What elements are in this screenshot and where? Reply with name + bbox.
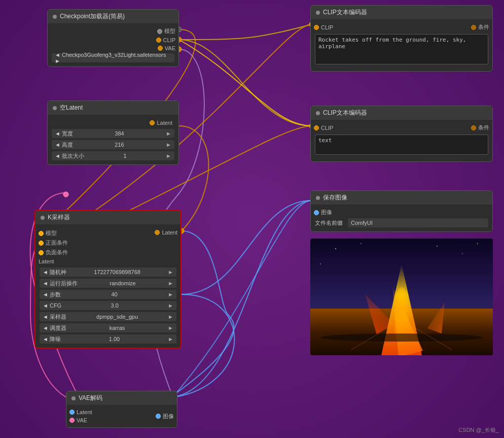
vae-ports: Latent VAE 图像 (66, 408, 177, 424)
checkpoint-vae-label: VAE (165, 45, 175, 51)
latent-width-field[interactable]: ◄ 宽度 384 ► (52, 129, 174, 138)
latent-height-row: ◄ 高度 216 ► (48, 139, 178, 150)
clip2-clip-dot[interactable] (314, 125, 319, 130)
clip1-status-dot (316, 11, 320, 15)
save-header: 保存图像 (311, 191, 492, 205)
svg-point-18 (462, 253, 463, 254)
ksampler-sampler-arrow[interactable]: ► (168, 314, 173, 320)
ksampler-control-field[interactable]: ◄ 运行后操作 randomize ► (40, 279, 176, 288)
ksampler-seed-field[interactable]: ◄ 随机种 172277069898768 ► (40, 267, 176, 277)
latent-batch-arrow[interactable]: ► (166, 153, 171, 159)
clip2-text[interactable]: text (315, 134, 488, 155)
latent-latent-dot[interactable] (150, 120, 155, 125)
latent-width-arrow[interactable]: ► (166, 130, 171, 137)
checkpoint-ports-right: 模型 CLIP VAE (153, 26, 178, 52)
latent-height-field[interactable]: ◄ 高度 216 ► (52, 140, 174, 149)
ksampler-steps-field[interactable]: ◄ 步数 40 ► (40, 290, 176, 299)
save-image-label: 图像 (321, 209, 332, 216)
ksampler-negative-dot[interactable] (39, 250, 44, 255)
clip1-condition-port: 条件 (468, 22, 492, 32)
vae-status-dot (71, 396, 76, 400)
ksampler-seed-arrow[interactable]: ► (168, 269, 173, 275)
vae-header: VAE解码 (66, 391, 177, 405)
vae-image-label: 图像 (163, 413, 174, 420)
save-filename-row: 文件名前缀 ComfyUI (311, 217, 492, 228)
ksampler-positive-dot[interactable] (39, 241, 44, 246)
ksampler-latent-dot[interactable] (155, 230, 160, 235)
ksampler-seed-row: ◄ 随机种 172277069898768 ► (35, 266, 181, 278)
checkpoint-body: 模型 CLIP VAE ◄ Checkpo3Guofeng3_v32Light.… (48, 23, 178, 66)
image-svg-overlay (310, 239, 493, 355)
ksampler-cfg-field[interactable]: ◄ CFG 3.0 ► (40, 301, 176, 310)
checkpoint-clip-port: CLIP (153, 36, 178, 44)
vae-latent-dot[interactable] (69, 410, 75, 415)
clip1-clip-label: CLIP (321, 24, 333, 30)
checkpoint-model-dot[interactable] (157, 29, 162, 34)
clip2-title: CLIP文本编码器 (323, 109, 367, 117)
latent-height-arrow[interactable]: ► (166, 142, 171, 148)
clip1-title: CLIP文本编码器 (323, 8, 367, 17)
ksampler-steps-arrow[interactable]: ► (168, 291, 173, 297)
ksampler-sampler-field[interactable]: ◄ 采样器 dpmpp_sde_gpu ► (40, 312, 176, 321)
checkpoint-model-value[interactable]: ◄ Checkpo3Guofeng3_v32Light.safetensors … (52, 53, 174, 62)
vae-image-dot[interactable] (156, 414, 161, 419)
ksampler-steps-label: ◄ 步数 (43, 291, 61, 298)
latent-latent-port: Latent (147, 119, 175, 127)
ksampler-cfg-arrow[interactable]: ► (168, 302, 173, 309)
vae-left-ports: Latent VAE (66, 408, 95, 424)
ksampler-node: K采样器 模型 正面条件 负面条件 Latent (34, 210, 182, 349)
ksampler-model-label: 模型 (46, 229, 57, 237)
ksampler-latent-label-row: Latent (35, 257, 71, 265)
clip1-condition-dot[interactable] (471, 25, 476, 30)
checkpoint-ports: 模型 CLIP VAE (48, 26, 178, 52)
clip1-node: CLIP文本编码器 CLIP 条件 Rocket takes off from … (310, 5, 493, 72)
vae-latent-label: Latent (77, 409, 92, 415)
image-display (310, 239, 493, 355)
ksampler-sampler-row: ◄ 采样器 dpmpp_sde_gpu ► (35, 311, 181, 322)
ksampler-control-label: ◄ 运行后操作 (43, 280, 78, 287)
ksampler-positive-label: 正面条件 (46, 239, 68, 247)
vae-latent-port: Latent (66, 408, 95, 416)
ksampler-steps-row: ◄ 步数 40 ► (35, 289, 181, 300)
ksampler-negative-label: 负面条件 (46, 249, 68, 256)
ksampler-sampler-value: dpmpp_sde_gpu (96, 314, 138, 320)
ksampler-scheduler-arrow[interactable]: ► (168, 325, 173, 331)
checkpoint-title: Checkpoint加载器(简易) (60, 12, 125, 21)
clip1-text[interactable]: Rocket takes off from the ground, fire, … (315, 34, 488, 64)
checkpoint-model-port: 模型 (154, 26, 178, 36)
ksampler-denoise-arrow[interactable]: ► (168, 336, 173, 342)
ksampler-steps-value: 40 (111, 291, 117, 297)
checkpoint-clip-dot[interactable] (156, 38, 161, 43)
ksampler-control-arrow[interactable]: ► (168, 280, 173, 286)
ksampler-positive-port: 正面条件 (35, 238, 71, 248)
svg-point-19 (320, 263, 321, 264)
vae-body: Latent VAE 图像 (66, 405, 177, 427)
save-image-dot[interactable] (314, 210, 319, 215)
ksampler-model-dot[interactable] (39, 231, 44, 236)
latent-latent-label: Latent (157, 120, 172, 126)
watermark: CSDN @_长银_ (458, 426, 499, 434)
latent-height-label: ◄ 高度 (55, 141, 73, 149)
clip1-clip-dot[interactable] (314, 25, 319, 30)
latent-batch-label: ◄ 批次大小 (55, 152, 84, 160)
ksampler-scheduler-label: ◄ 调度器 (43, 324, 66, 332)
latent-width-row: ◄ 宽度 384 ► (48, 128, 178, 139)
save-title: 保存图像 (323, 193, 347, 202)
ksampler-scheduler-field[interactable]: ◄ 调度器 karras ► (40, 323, 176, 332)
ksampler-denoise-field[interactable]: ◄ 降噪 1.00 ► (40, 334, 176, 344)
save-body: 图像 文件名前缀 ComfyUI (311, 205, 492, 231)
ksampler-cfg-label: ◄ CFG (43, 302, 61, 309)
clip2-body: CLIP 条件 text (311, 120, 492, 161)
checkpoint-status-dot (53, 15, 57, 19)
save-filename-label: 文件名前缀 (315, 219, 346, 227)
clip2-condition-dot[interactable] (471, 125, 476, 130)
checkpoint-vae-dot[interactable] (158, 46, 163, 51)
save-filename-field[interactable]: ComfyUI (348, 218, 488, 227)
svg-point-16 (361, 243, 362, 244)
svg-point-20 (477, 243, 478, 244)
save-node: 保存图像 图像 文件名前缀 ComfyUI (310, 190, 493, 232)
vae-vae-dot[interactable] (69, 418, 75, 423)
latent-batch-field[interactable]: ◄ 批次大小 1 ► (52, 151, 174, 160)
ksampler-title: K采样器 (48, 213, 70, 222)
ksampler-denoise-value: 1.00 (109, 336, 120, 342)
